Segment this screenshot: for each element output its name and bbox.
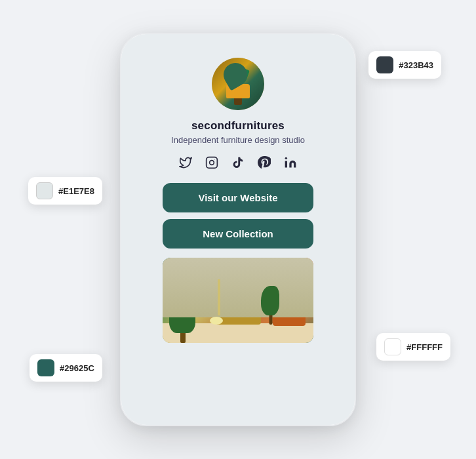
- username: secondfurnitures: [191, 119, 285, 132]
- visit-website-button[interactable]: Visit our Website: [163, 183, 313, 212]
- color-label-white: #FFFFFF: [407, 342, 443, 352]
- room-wall: [163, 258, 313, 317]
- svg-point-3: [285, 157, 287, 159]
- room-lamp: [215, 279, 223, 325]
- color-label-dark: #323B43: [399, 60, 433, 70]
- linkedin-icon[interactable]: [283, 155, 298, 170]
- svg-point-1: [210, 161, 214, 165]
- instagram-icon[interactable]: [205, 155, 219, 170]
- color-swatch-green: [37, 359, 54, 376]
- svg-rect-0: [207, 157, 218, 169]
- color-label-green: #29625C: [60, 363, 94, 373]
- phone-frame: secondfurnitures Independent furniture d…: [120, 33, 356, 426]
- bio-text: Independent furniture design studio: [171, 135, 305, 145]
- svg-point-2: [214, 159, 215, 160]
- pinterest-icon[interactable]: [257, 155, 271, 170]
- new-collection-button[interactable]: New Collection: [163, 219, 313, 249]
- avatar-image: [212, 58, 264, 110]
- color-swatch-light: [36, 182, 53, 199]
- room-plant-right: [261, 279, 281, 325]
- chair-decoration: [226, 84, 250, 98]
- color-chip-dark: #323B43: [368, 51, 441, 79]
- color-swatch-dark: [376, 56, 393, 73]
- phone-content: secondfurnitures Independent furniture d…: [121, 34, 355, 425]
- color-swatch-white: [384, 338, 401, 355]
- color-chip-white: #FFFFFF: [376, 333, 450, 361]
- color-label-light: #E1E7E8: [58, 186, 94, 196]
- avatar: [212, 58, 264, 110]
- scene: #323B43 #E1E7E8 #FFFFFF #29625C secondfu…: [15, 7, 461, 452]
- social-icons-row: [178, 155, 298, 170]
- color-chip-light: #E1E7E8: [28, 177, 102, 205]
- room-image: [163, 258, 313, 343]
- room-image-inner: [163, 258, 313, 343]
- tiktok-icon[interactable]: [231, 155, 245, 170]
- color-chip-green: #29625C: [30, 354, 102, 382]
- twitter-icon[interactable]: [178, 155, 193, 170]
